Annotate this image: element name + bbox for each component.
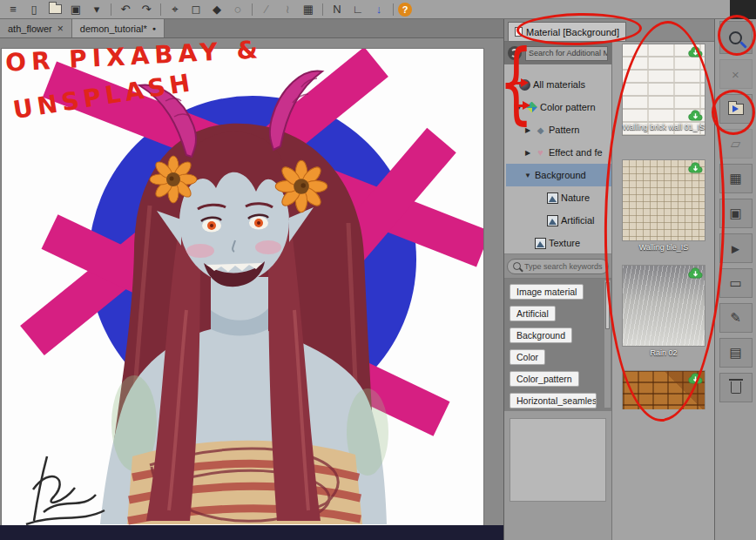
keyword-search-input[interactable]: Type search keywords [507,259,609,274]
open-material-icon [728,104,744,115]
material-tab-icon [515,27,523,37]
redo-icon[interactable]: ↷ [137,2,156,17]
marquee-select-icon[interactable]: ◻ [186,2,206,17]
auto-action-icon: ► [729,241,742,256]
tree-item-effect-and-fe[interactable]: ▶Effect and fe [506,141,611,164]
tag-button[interactable]: Color [510,349,545,365]
chevron-down-icon[interactable]: ▼ [515,104,523,111]
open-file-icon[interactable] [45,2,64,17]
new-file-icon[interactable]: ▯ [24,2,44,17]
folder-icon [49,4,62,14]
menu-icon[interactable]: ≡ [3,2,23,17]
open-material-button[interactable] [719,94,753,124]
modified-dot-icon: ● [152,25,156,31]
fill-icon[interactable]: ◆ [207,2,226,17]
move-icon[interactable]: ⌖ [165,2,185,17]
tab-ath-flower[interactable]: ath_flower × [0,19,72,37]
layers-icon: ▣ [729,206,741,221]
tree-item-all-materials[interactable]: ▼All materials [506,73,611,96]
tree-item-texture[interactable]: Texture [506,232,611,254]
chevron-right-icon[interactable]: ▶ [523,126,532,134]
drawing-canvas[interactable] [2,49,483,525]
tree-item-nature[interactable]: Nature [506,186,611,209]
download-cloud-icon [687,267,704,280]
deselect-icon: × [732,67,739,82]
tag-button[interactable]: Color_pattern [510,371,579,387]
material-name: Walling tile_IS [622,241,705,254]
tree-item-label: All materials [533,79,585,90]
toolbar-separator [322,3,323,16]
ruler-icon[interactable]: ∟ [348,2,368,17]
transform-button[interactable]: ▱ [719,129,753,159]
tree-item-artificial[interactable]: Artificial [506,209,611,232]
frame-icon [535,238,546,249]
edit-icon: ✎ [730,310,741,326]
tab-material-background[interactable]: Material [Background] [508,22,626,41]
canvas-area [0,38,503,540]
frame-icon [547,192,558,204]
right-toolbar: ×▱▦▣►▭✎▤ [714,19,756,540]
chevron-down-icon[interactable]: ▼ [523,172,532,179]
layers-button[interactable]: ▣ [719,199,753,228]
delete-button[interactable] [719,373,753,402]
tree-item-color-pattern[interactable]: ▼Color pattern [506,96,611,118]
tree-item-pattern[interactable]: ▶Pattern [506,118,611,141]
gradient-arrow-icon[interactable]: ↓ [369,2,388,17]
additional-search-input[interactable]: Search for Additional Ma [525,46,608,61]
text-tool-icon[interactable]: N [327,2,347,17]
tree-item-label: Nature [561,192,590,203]
tree-item-label: Background [535,170,586,180]
image-button[interactable]: ▭ [719,268,753,298]
tree-item-label: Texture [549,238,580,248]
curve-icon: ≀ [278,2,297,17]
download-cloud-icon [687,45,704,58]
tag-button[interactable]: Background [510,327,572,343]
toolbar-separator [252,3,253,16]
material-item[interactable]: Rain 02 [622,265,705,360]
dropdown-icon[interactable]: ▾ [87,2,106,17]
material-panel: Material [Background] Search for Additio… [503,19,714,540]
material-item[interactable]: Walling tile_IS [622,159,705,254]
tree-item-background[interactable]: ▼Background [506,164,611,186]
line-icon: ∕ [257,2,276,17]
tree-item-label: Pattern [549,125,579,135]
toolbar-separator [160,3,161,16]
material-name: Walling brick wall 01_IS [622,121,705,134]
undo-icon[interactable]: ↶ [116,2,135,17]
duplicate-button[interactable]: ▤ [719,338,753,368]
tree-item-label: Artificial [561,215,595,226]
tab-label: ath_flower [8,24,52,34]
pattern-button[interactable]: ▦ [719,164,753,193]
image-icon: ▭ [729,275,741,291]
material-tree: ▼All materials▼Color pattern▶Pattern▶Eff… [504,64,611,254]
tag-button[interactable]: Horizontal_seamless [510,393,597,408]
search-icon [513,262,521,270]
chevron-down-icon[interactable]: ▼ [508,81,516,89]
tag-button[interactable]: Image material [510,284,584,300]
zoom-button[interactable] [719,21,753,54]
help-icon[interactable]: ? [398,3,412,17]
status-bar [0,525,503,540]
material-item[interactable]: Walling brick wall 01_IS [622,44,705,134]
canvas-artwork[interactable] [2,49,483,525]
save-icon[interactable]: ▣ [66,2,85,17]
toolbar-separator [111,3,111,16]
close-icon[interactable]: × [57,23,64,35]
tag-list-scrollbar[interactable] [604,280,611,408]
clip-studio-assets-icon[interactable] [508,46,522,60]
edit-button[interactable]: ✎ [719,303,753,333]
toolbar-separator [393,3,394,16]
tag-list: Image materialArtificialBackgroundColorC… [504,279,611,411]
deselect-button[interactable]: × [719,59,753,89]
tab-demon-tutorial[interactable]: demon_tutorial* ● [72,19,165,37]
grid-icon[interactable]: ▦ [299,2,318,17]
lasso-icon[interactable]: ◌ [228,2,247,17]
toolbar-corner [730,0,756,19]
auto-action-button[interactable]: ► [719,233,753,263]
material-item[interactable] [622,370,705,409]
tag-button[interactable]: Artificial [510,306,556,321]
document-tab-bar: ath_flower × demon_tutorial* ● [0,19,503,38]
keyword-placeholder-text: Type search keywords [524,262,603,271]
material-list: Walling brick wall 01_ISWalling tile_ISR… [612,42,715,409]
chevron-right-icon[interactable]: ▶ [523,149,532,157]
